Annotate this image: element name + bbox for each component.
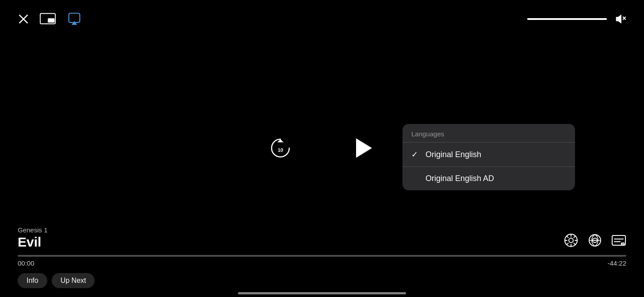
svg-rect-3: [48, 18, 54, 23]
episode-label: Genesis 1: [18, 226, 48, 234]
svg-line-15: [574, 236, 575, 238]
top-right-controls: [527, 13, 626, 25]
mute-button[interactable]: [614, 13, 626, 25]
up-next-button[interactable]: Up Next: [52, 273, 95, 288]
volume-track[interactable]: [527, 18, 607, 20]
bottom-section: Genesis 1 Evil: [0, 226, 644, 297]
svg-point-8: [569, 238, 573, 243]
remaining-time: -44:22: [607, 259, 626, 267]
bottom-scrollbar: [238, 292, 406, 294]
progress-container[interactable]: [18, 255, 626, 257]
check-icon: ✓: [411, 150, 420, 159]
dropdown-header: Languages: [402, 124, 575, 142]
subtitles-button[interactable]: [611, 233, 626, 248]
replay-seconds: 10: [278, 147, 283, 153]
language-option-original-english-ad[interactable]: Original English AD: [402, 167, 575, 190]
svg-line-16: [567, 243, 568, 245]
airplay-button[interactable]: [66, 12, 82, 26]
progress-track[interactable]: [18, 255, 626, 257]
top-left-controls: [18, 12, 82, 26]
title-and-controls: Genesis 1 Evil: [18, 226, 626, 250]
language-label-original-english-ad: Original English AD: [426, 174, 494, 183]
info-button[interactable]: Info: [18, 273, 47, 288]
time-labels: 00:00 -44:22: [18, 259, 626, 267]
right-controls: [564, 233, 626, 248]
audio-button[interactable]: [587, 233, 602, 248]
show-title: Evil: [18, 235, 48, 250]
volume-fill: [527, 18, 607, 20]
center-controls: 10: [268, 133, 376, 164]
pip-button[interactable]: [40, 13, 56, 25]
top-controls: [0, 0, 644, 38]
language-label-original-english: Original English: [426, 150, 481, 159]
volume-slider-container: [527, 18, 607, 20]
settings-button[interactable]: [564, 233, 579, 248]
title-block: Genesis 1 Evil: [18, 226, 48, 250]
svg-line-13: [567, 236, 568, 238]
current-time: 00:00: [18, 259, 34, 267]
bottom-buttons: Info Up Next: [18, 273, 626, 288]
play-button[interactable]: [346, 133, 376, 164]
language-option-original-english[interactable]: ✓ Original English: [402, 143, 575, 166]
svg-marker-6: [356, 138, 372, 158]
language-dropdown: Languages ✓ Original English Original En…: [402, 124, 575, 190]
close-button[interactable]: [18, 13, 29, 25]
replay-button[interactable]: 10: [268, 136, 293, 162]
svg-line-14: [574, 243, 575, 245]
